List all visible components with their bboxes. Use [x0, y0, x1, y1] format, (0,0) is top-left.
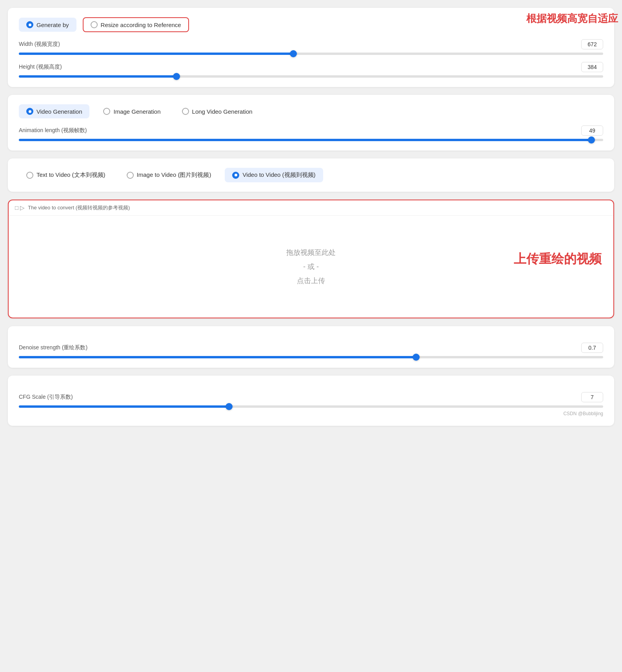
generate-by-label: Generate by: [36, 22, 69, 28]
animation-length-value[interactable]: 49: [581, 125, 603, 136]
radio-circle-resize: [91, 21, 98, 28]
upload-line1: 拖放视频至此处: [286, 245, 336, 260]
animation-length-slider-thumb[interactable]: [588, 136, 595, 143]
denoise-slider-thumb[interactable]: [413, 354, 420, 361]
resize-reference-label: Resize according to Reference: [101, 22, 181, 28]
radio-image-to-video[interactable]: Image to Video (图片到视频): [119, 168, 219, 182]
radio-circle-text-to-video: [26, 172, 33, 179]
width-section: Width (视频宽度) 672: [19, 39, 603, 55]
width-slider-fill: [19, 53, 293, 55]
radio-circle-video-gen: [26, 108, 33, 115]
animation-length-section: Animation length (视频帧数) 49: [19, 125, 603, 141]
upload-header-label: The video to convert (视频转视频的参考视频): [28, 204, 130, 211]
denoise-label-row: Denoise strength (重绘系数) 0.7: [19, 343, 603, 353]
video-type-options-row: Video Generation Image Generation Long V…: [19, 104, 603, 118]
cfg-slider-track[interactable]: [19, 405, 603, 408]
height-value[interactable]: 384: [581, 62, 603, 72]
height-section: Height (视频高度) 384: [19, 62, 603, 78]
radio-long-video-generation[interactable]: Long Video Generation: [175, 104, 260, 118]
card-upload: □ ▷ The video to convert (视频转视频的参考视频) 拖放…: [8, 200, 614, 318]
radio-image-generation[interactable]: Image Generation: [96, 104, 168, 118]
animation-length-slider-fill: [19, 139, 591, 141]
text-to-video-label: Text to Video (文本到视频): [36, 171, 105, 179]
height-label-row: Height (视频高度) 384: [19, 62, 603, 72]
animation-length-label: Animation length (视频帧数): [19, 127, 87, 134]
upload-line2: - 或 -: [286, 260, 336, 274]
width-label: Width (视频宽度): [19, 41, 60, 48]
card-cfg-scale: CFG Scale (引导系数) 7 CSDN @Bubblijing: [8, 376, 614, 426]
radio-text-to-video[interactable]: Text to Video (文本到视频): [19, 168, 113, 182]
denoise-label: Denoise strength (重绘系数): [19, 344, 87, 351]
denoise-value[interactable]: 0.7: [581, 343, 603, 353]
width-slider-track[interactable]: [19, 53, 603, 55]
radio-circle-video-to-video: [232, 172, 239, 179]
upload-header: □ ▷ The video to convert (视频转视频的参考视频): [9, 200, 613, 216]
long-video-generation-label: Long Video Generation: [192, 108, 253, 115]
denoise-slider-fill: [19, 356, 416, 358]
height-slider-fill: [19, 75, 176, 78]
card-generate-by: Generate by Resize according to Referenc…: [8, 8, 614, 87]
generate-options-row: Generate by Resize according to Referenc…: [19, 17, 603, 32]
denoise-section: Denoise strength (重绘系数) 0.7: [19, 343, 603, 358]
width-value[interactable]: 672: [581, 39, 603, 49]
height-slider-track[interactable]: [19, 75, 603, 78]
radio-resize-reference[interactable]: Resize according to Reference: [83, 17, 189, 32]
radio-video-generation[interactable]: Video Generation: [19, 104, 89, 118]
animation-length-label-row: Animation length (视频帧数) 49: [19, 125, 603, 136]
width-slider-thumb[interactable]: [290, 50, 297, 57]
card-video-type: Video Generation Image Generation Long V…: [8, 95, 614, 151]
radio-circle-long-video-gen: [182, 108, 189, 115]
cfg-slider-fill: [19, 405, 229, 408]
upload-line3: 点击上传: [286, 274, 336, 288]
video-camera-icon: □ ▷: [15, 204, 25, 211]
radio-circle-image-to-video: [127, 172, 134, 179]
height-label: Height (视频高度): [19, 64, 62, 71]
cfg-slider-thumb[interactable]: [226, 403, 233, 410]
upload-body[interactable]: 拖放视频至此处 - 或 - 点击上传 上传重绘的视频: [9, 216, 613, 318]
conversion-type-options-row: Text to Video (文本到视频) Image to Video (图片…: [19, 168, 603, 182]
card-denoise: Denoise strength (重绘系数) 0.7: [8, 326, 614, 368]
animation-length-slider-track[interactable]: [19, 139, 603, 141]
image-generation-label: Image Generation: [113, 108, 160, 115]
video-to-video-label: Video to Video (视频到视频): [242, 171, 315, 179]
radio-circle-image-gen: [103, 108, 110, 115]
width-label-row: Width (视频宽度) 672: [19, 39, 603, 49]
video-generation-label: Video Generation: [36, 108, 82, 115]
cfg-label-row: CFG Scale (引导系数) 7: [19, 392, 603, 402]
radio-generate-by[interactable]: Generate by: [19, 18, 76, 32]
card-conversion-type: Text to Video (文本到视频) Image to Video (图片…: [8, 158, 614, 192]
cfg-label: CFG Scale (引导系数): [19, 394, 73, 401]
radio-video-to-video[interactable]: Video to Video (视频到视频): [225, 168, 323, 182]
cfg-value[interactable]: 7: [581, 392, 603, 402]
height-slider-thumb[interactable]: [173, 73, 180, 80]
upload-instructions: 拖放视频至此处 - 或 - 点击上传: [286, 245, 336, 288]
cfg-section: CFG Scale (引导系数) 7: [19, 392, 603, 408]
denoise-slider-track[interactable]: [19, 356, 603, 358]
credit-text: CSDN @Bubblijing: [19, 411, 603, 416]
radio-circle-generate-by: [26, 21, 33, 28]
upload-annotation: 上传重绘的视频: [514, 251, 602, 268]
image-to-video-label: Image to Video (图片到视频): [137, 171, 211, 179]
